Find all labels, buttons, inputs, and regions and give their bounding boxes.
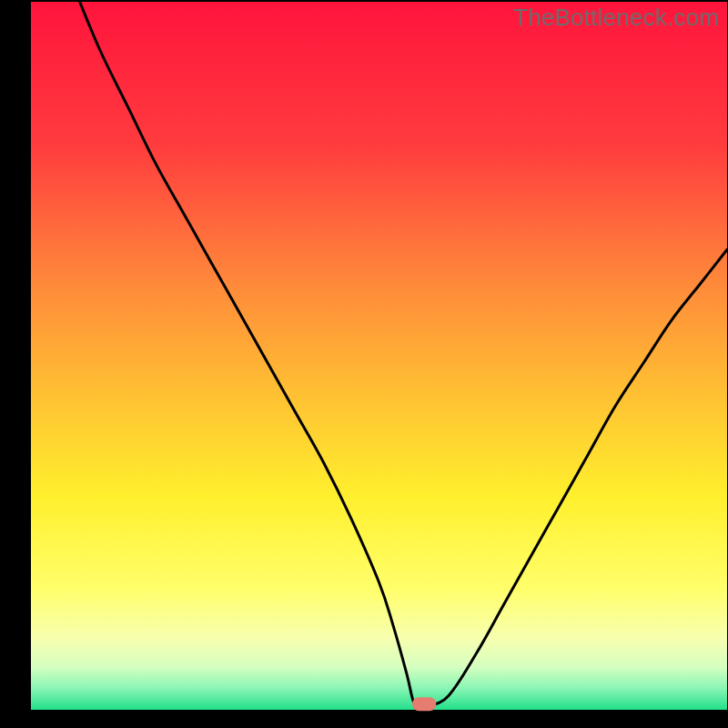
watermark-text: TheBottleneck.com: [513, 4, 719, 32]
chart-plot-area: [31, 2, 727, 710]
chart-container: TheBottleneck.com: [0, 0, 728, 728]
bottleneck-chart: [0, 0, 728, 728]
optimal-point-marker: [412, 697, 436, 711]
